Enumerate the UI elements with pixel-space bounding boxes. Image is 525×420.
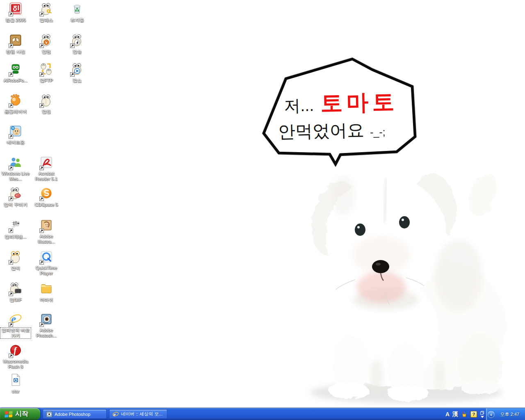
shortcut-arrow-icon <box>9 196 13 201</box>
shortcut-arrow-icon <box>9 166 13 170</box>
desktop-icon-macromedia-flash-8[interactable]: f Macromedia Flash 8 <box>0 344 31 370</box>
restore-window-icon <box>480 411 484 415</box>
taskbar: 시작 Adobe Photoshop e 네이버 :: 세상의 모... A 漢… <box>0 408 525 420</box>
desktop-icon-algif[interactable]: 알GIF <box>0 282 31 303</box>
recycle-bin-icon <box>70 2 84 16</box>
desktop-icon-calligraphy-sample[interactable]: 캘리체샘... <box>0 219 31 240</box>
gom-player-icon <box>9 94 23 107</box>
shortcut-arrow-icon <box>39 12 44 16</box>
desktop-icon-label: CDSpace 5 <box>34 202 59 208</box>
desktop-icon-adobe-illustrator[interactable]: Adobe Illustra... <box>31 219 62 245</box>
desktop-icon-windows-live-messenger[interactable]: Windows Live Mes... <box>0 156 31 182</box>
taskbar-task-naver[interactable]: e 네이버 :: 세상의 모... <box>109 409 167 419</box>
desktop-icon-label: 알맵 <box>41 49 52 55</box>
taskbar-clock[interactable]: 오후 2:47 <box>495 411 525 418</box>
shortcut-arrow-icon <box>70 72 75 77</box>
desktop-icon-label: Windows Live Mes... <box>0 171 31 182</box>
desktop-icon-adobe-photoshop[interactable]: Adobe Photosh... <box>31 313 62 339</box>
desktop-icon-alftp[interactable]: 알FTP <box>31 62 62 84</box>
chevron-down-icon <box>481 416 484 418</box>
alsong-icon <box>70 34 84 48</box>
system-tray: ‹ 오후 2:47 <box>486 408 525 420</box>
desktop-icon-label: 알GIF <box>9 297 22 303</box>
shortcut-arrow-icon <box>39 228 44 233</box>
desktop-icon-folder[interactable]: 까마귀 <box>31 282 62 303</box>
desktop-icon-gom-player[interactable]: 곰플레이어 <box>0 94 31 115</box>
desktop-icon-quicktime-player[interactable]: QuickTime Player <box>31 250 62 276</box>
shortcut-arrow-icon <box>9 103 13 108</box>
ime-help-icon[interactable]: ? <box>470 411 477 418</box>
speech-text-prefix: 저... <box>284 94 314 117</box>
macromedia-flash-8-icon: f <box>9 344 23 358</box>
start-button-label: 시작 <box>15 410 28 418</box>
desktop-icon-label: 알패스 <box>39 18 54 23</box>
desktop: 한글 2005 알패스 휴지통 한컴 사전 알맵 알송 <box>0 0 525 408</box>
puppy-wallpaper-image <box>283 153 513 408</box>
cdspace-icon <box>39 187 53 201</box>
calligraphy-sample-icon <box>9 219 23 233</box>
shortcut-arrow-icon <box>9 43 13 48</box>
ime-pen-tools-icon[interactable] <box>461 411 468 418</box>
alshow-icon <box>70 62 84 76</box>
desktop-icon-label: 알FTP <box>39 78 54 83</box>
desktop-icon-label: 알씨 <box>10 266 21 271</box>
hangul-2005-icon <box>9 2 23 16</box>
desktop-icon-label: 알송 <box>72 49 82 55</box>
shortcut-arrow-icon <box>39 72 44 77</box>
shortcut-arrow-icon <box>9 322 13 327</box>
taskbar-task-photoshop[interactable]: Adobe Photoshop <box>43 409 107 419</box>
desktop-icon-hangul-2005[interactable]: 한글 2005 <box>0 2 31 23</box>
adobe-illustrator-icon <box>39 219 53 233</box>
desktop-icon-label: Macromedia Flash 8 <box>0 359 31 370</box>
desktop-icon-alsong[interactable]: 알송 <box>62 34 92 55</box>
shortcut-arrow-icon <box>70 43 75 48</box>
desktop-icon-hancom-dictionary[interactable]: 한컴 사전 <box>0 34 31 55</box>
hide-icons-chevron-button[interactable]: ‹ <box>488 411 495 418</box>
desktop-icon-label: 네이트온 <box>6 140 25 145</box>
desktop-icon-alsee-decorator[interactable]: 알씨 꾸미기 <box>0 187 31 208</box>
alsee-icon <box>9 250 23 264</box>
internet-explorer-icon: e <box>9 313 23 326</box>
desktop-icon-alsee[interactable]: 알씨 <box>0 250 31 272</box>
desktop-icon-alpass[interactable]: 알패스 <box>31 2 62 23</box>
desktop-icon-label: Adobe Illustra... <box>31 234 62 244</box>
desktop-icon-nateon[interactable]: 네이트온 <box>0 124 31 146</box>
shortcut-arrow-icon <box>39 166 44 170</box>
shortcut-arrow-icon <box>9 354 13 358</box>
folder-icon <box>39 282 53 296</box>
desktop-icon-star[interactable]: star <box>0 373 31 395</box>
desktop-icon-recycle-bin[interactable]: 휴지통 <box>62 2 92 23</box>
hancom-dictionary-icon <box>9 34 23 48</box>
image-document-icon <box>9 373 23 387</box>
desktop-icon-acrobat-reader[interactable]: Acrobat Reader 5.1 <box>31 156 62 182</box>
desktop-icon-alshow[interactable]: 알쇼 <box>62 62 92 84</box>
alpass-icon <box>39 2 53 16</box>
ime-latin-indicator[interactable]: A <box>445 411 450 418</box>
internet-explorer-icon: e <box>112 411 119 418</box>
algif-icon <box>9 282 23 296</box>
desktop-icon-alroboform[interactable]: AlRoboFo... <box>0 62 31 84</box>
shortcut-arrow-icon <box>39 322 44 327</box>
ime-hanja-indicator[interactable]: 漢 <box>452 411 458 418</box>
task-label: Adobe Photoshop <box>55 412 90 417</box>
windows-live-messenger-icon <box>9 156 23 170</box>
adobe-photoshop-icon <box>39 313 53 326</box>
speech-text-line2: 안먹었어요 <box>278 119 364 143</box>
shortcut-arrow-icon <box>9 228 13 233</box>
desktop-icon-cdspace[interactable]: CDSpace 5 <box>31 187 62 208</box>
alroboform-icon <box>9 62 23 76</box>
desktop-icon-almap[interactable]: 알맵 <box>31 34 62 55</box>
almap-icon <box>39 34 53 48</box>
desktop-icon-label: 까마귀 <box>39 297 54 303</box>
desktop-icon-label: AlRoboFo... <box>3 78 28 83</box>
start-button[interactable]: 시작 <box>0 408 40 420</box>
desktop-icon-label: 한컴 사전 <box>5 49 26 55</box>
shortcut-arrow-icon <box>39 196 44 201</box>
desktop-icon-internet-explorer[interactable]: e 인터넷의 바로 가기 <box>0 313 31 339</box>
language-bar-options[interactable] <box>480 411 484 418</box>
alftp-icon <box>39 62 53 76</box>
desktop-icon-label: 곰플레이어 <box>4 109 28 114</box>
desktop-icon-alzip[interactable]: 알집 <box>31 94 62 115</box>
windows-logo-icon <box>4 410 13 418</box>
desktop-icon-label: 알집 <box>41 109 52 114</box>
